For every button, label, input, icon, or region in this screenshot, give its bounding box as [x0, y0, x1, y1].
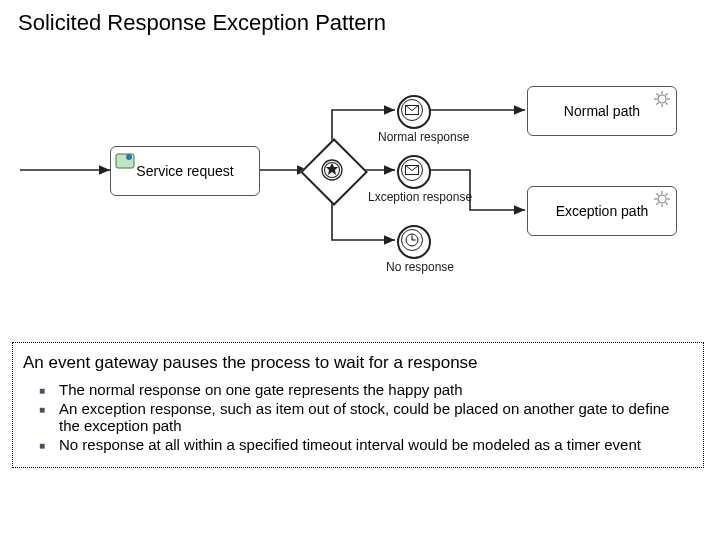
event-timer-no-response — [397, 225, 427, 255]
svg-line-28 — [656, 193, 658, 195]
svg-line-19 — [656, 93, 658, 95]
svg-point-23 — [658, 195, 666, 203]
message-icon — [401, 99, 423, 121]
event-label: Normal response — [378, 130, 458, 144]
task-exception-path: Exception path — [527, 186, 677, 236]
gear-icon — [654, 91, 670, 110]
svg-line-31 — [666, 193, 668, 195]
event-based-gateway — [310, 148, 354, 192]
svg-line-22 — [666, 93, 668, 95]
svg-line-30 — [656, 203, 658, 205]
event-normal-response — [397, 95, 427, 125]
event-label: No response — [385, 260, 455, 274]
svg-line-20 — [666, 103, 668, 105]
caption-bullets: The normal response on one gate represen… — [23, 381, 693, 453]
svg-point-1 — [126, 154, 132, 160]
caption-box: An event gateway pauses the process to w… — [12, 342, 704, 468]
event-exception-response — [397, 155, 427, 185]
timer-icon — [401, 229, 423, 251]
slide: Solicited Response Exception Pattern — [0, 0, 720, 540]
task-label: Exception path — [556, 203, 649, 219]
caption-heading: An event gateway pauses the process to w… — [23, 353, 693, 373]
page-title: Solicited Response Exception Pattern — [18, 10, 386, 36]
gear-icon — [654, 191, 670, 210]
svg-line-29 — [666, 203, 668, 205]
event-label: Lxception response — [368, 190, 468, 204]
message-icon — [401, 159, 423, 181]
bullet-item: An exception response, such as item out … — [59, 400, 693, 434]
task-normal-path: Normal path — [527, 86, 677, 136]
task-service-request: Service request — [110, 146, 260, 196]
gateway-star-icon — [320, 158, 344, 182]
svg-line-21 — [656, 103, 658, 105]
bpmn-diagram: Service request Normal response — [0, 60, 720, 320]
bullet-item: No response at all within a specified ti… — [59, 436, 693, 453]
task-label: Normal path — [564, 103, 640, 119]
bullet-item: The normal response on one gate represen… — [59, 381, 693, 398]
svg-marker-4 — [326, 163, 338, 175]
svg-point-14 — [658, 95, 666, 103]
task-label: Service request — [136, 163, 233, 179]
service-task-icon — [115, 151, 135, 171]
